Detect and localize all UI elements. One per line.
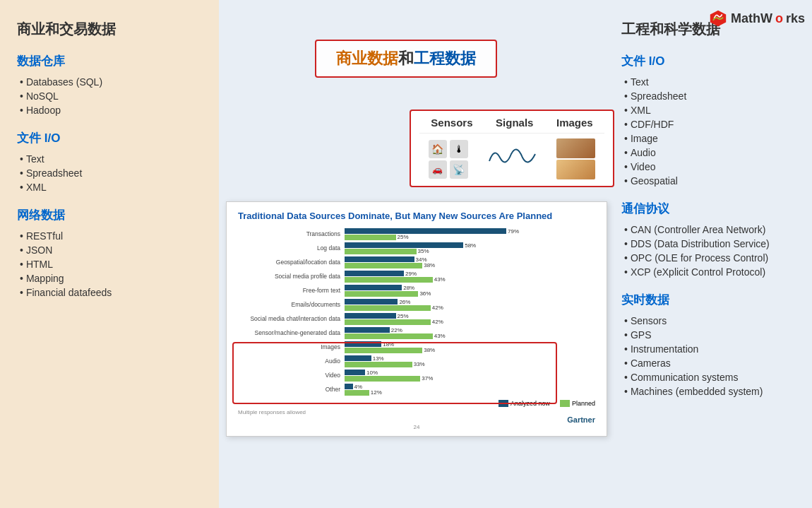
top-banner: 商业数据 和 工程数据: [315, 40, 497, 78]
list-item: Audio: [624, 146, 791, 160]
bar-pct-dark: 58%: [465, 242, 476, 249]
bar-dark: [345, 228, 506, 234]
bar-light: [345, 291, 418, 297]
list-item: Hadoop: [20, 103, 202, 117]
bar-pct-dark: 26%: [399, 299, 410, 305]
list-item: RESTful: [20, 229, 202, 243]
list-item: Video: [624, 160, 791, 174]
house-icon: 🏠: [429, 140, 447, 158]
list-item: JSON: [20, 243, 202, 257]
image-previews: [556, 138, 595, 179]
bar-light: [345, 277, 433, 283]
legend-planned-label: Planned: [572, 400, 595, 407]
list-item: Spreadsheet: [20, 166, 202, 180]
bar-light: [345, 348, 422, 353]
section-file-io-right: 文件 I/O Text Spreadsheet XML CDF/HDF Imag…: [621, 53, 791, 188]
bar-pct-light: 38%: [424, 262, 435, 268]
banner-part2: 和: [398, 48, 414, 69]
chart-row: Social media profile data29%43%: [238, 271, 595, 283]
list-item: Image: [624, 131, 791, 146]
list-item: Text: [624, 75, 791, 89]
list-item: Sensors: [624, 314, 791, 328]
list-item: Geospatial: [624, 174, 791, 188]
legend-analyzed: Analyzed now: [498, 400, 550, 407]
chart-row-label: Video: [238, 372, 340, 379]
bar-pct-light: 43%: [434, 333, 446, 339]
car-icon: 🚗: [429, 160, 447, 179]
legend-planned-color: [560, 400, 570, 407]
bar-pct-dark: 4%: [354, 384, 363, 390]
bar-pct-dark: 79%: [508, 228, 519, 235]
chart-row: Log data58%35%: [238, 242, 595, 254]
file-io-left-list: Text Spreadsheet XML: [17, 152, 202, 194]
list-item: XML: [624, 103, 791, 117]
bar-pct-light: 42%: [432, 305, 443, 311]
section-realtime-data-title: 实时数据: [621, 292, 791, 308]
chart-source: Gartner: [238, 415, 595, 424]
section-comm-protocol-title: 通信协议: [621, 201, 791, 217]
section-file-io-left: 文件 I/O Text Spreadsheet XML: [17, 130, 202, 194]
chart-row-label: Free-form text: [238, 287, 340, 294]
bar-dark: [345, 256, 414, 262]
list-item: Machines (embedded system): [624, 384, 791, 398]
list-item: NoSQL: [20, 89, 202, 103]
chart-row: Transactions79%25%: [238, 228, 595, 240]
section-data-warehouse: 数据仓库 Databases (SQL) NoSQL Hadoop: [17, 53, 202, 117]
chart-row-label: Social media chat/interaction data: [238, 315, 340, 322]
list-item: XCP (eXplicit Control Protocol): [624, 265, 791, 279]
bar-dark: [345, 271, 404, 276]
bar-pct-light: 35%: [418, 248, 429, 254]
bar-pct-light: 42%: [432, 319, 443, 325]
chart-row-label: Images: [238, 343, 340, 350]
list-item: Databases (SQL): [20, 75, 202, 89]
bar-pct-light: 12%: [371, 389, 382, 396]
chart-legend: Analyzed now Planned: [238, 400, 595, 407]
section-network-data: 网络数据 RESTful JSON HTML Mapping Financial…: [17, 207, 202, 300]
bar-pct-dark: 10%: [366, 370, 378, 376]
legend-analyzed-color: [498, 400, 508, 407]
bar-dark: [345, 384, 353, 389]
chart-row-label: Emails/documents: [238, 301, 340, 308]
bar-pct-light: 38%: [424, 347, 435, 353]
chart-rows: Transactions79%25%Log data58%35%Geospati…: [238, 228, 595, 396]
thermometer-icon: 🌡: [450, 140, 468, 158]
bar-light: [345, 263, 422, 268]
list-item: Financial datafeeds: [20, 285, 202, 300]
chart-row: Social media chat/interaction data25%42%: [238, 313, 595, 325]
realtime-data-list: Sensors GPS Instrumentation Cameras Comm…: [621, 314, 791, 398]
chart-row: Emails/documents26%42%: [238, 299, 595, 311]
legend-analyzed-label: Analyzed now: [511, 400, 550, 407]
chart-row: Free-form text28%36%: [238, 285, 595, 297]
bar-pct-dark: 25%: [398, 313, 409, 319]
bar-light: [345, 390, 369, 396]
section-realtime-data: 实时数据 Sensors GPS Instrumentation Cameras…: [621, 292, 791, 398]
bar-light: [345, 376, 420, 382]
bar-pct-light: 33%: [414, 361, 425, 367]
bar-pct-dark: 29%: [405, 271, 417, 277]
bar-light: [345, 362, 412, 367]
list-item: Cameras: [624, 356, 791, 370]
chart-page: 24: [238, 424, 595, 430]
section-file-io-left-title: 文件 I/O: [17, 130, 202, 146]
section-network-data-title: 网络数据: [17, 207, 202, 223]
left-panel-title: 商业和交易数据: [17, 20, 202, 39]
sensor-icons: 🏠 🌡 🚗 📡: [429, 140, 468, 179]
banner-part1: 商业数据: [336, 48, 398, 69]
left-panel: 商业和交易数据 数据仓库 Databases (SQL) NoSQL Hadoo…: [0, 0, 219, 508]
list-item: GPS: [624, 328, 791, 342]
bar-dark: [345, 242, 463, 248]
bar-dark: [345, 327, 390, 333]
list-item: XML: [20, 180, 202, 194]
chart-row-label: Geospatial/location data: [238, 259, 340, 266]
bar-pct-light: 37%: [422, 375, 433, 382]
chart-row-label: Log data: [238, 244, 340, 252]
chart-row-label: Social media profile data: [238, 273, 340, 280]
bar-light: [345, 235, 396, 240]
chart-container: Traditional Data Sources Dominate, But M…: [226, 201, 607, 437]
list-item: Spreadsheet: [624, 89, 791, 103]
chart-title: Traditional Data Sources Dominate, But M…: [238, 211, 595, 223]
bar-dark: [345, 299, 398, 305]
file-io-right-list: Text Spreadsheet XML CDF/HDF Image Audio…: [621, 75, 791, 188]
chart-row: Images18%38%: [238, 341, 595, 353]
mathworks-icon: [708, 8, 728, 28]
